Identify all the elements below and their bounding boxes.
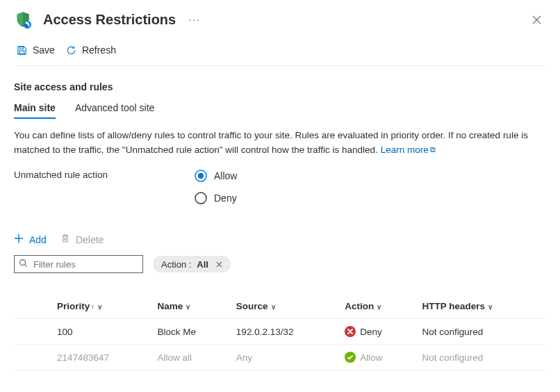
delete-button[interactable]: Delete <box>60 234 104 245</box>
unmatched-deny-radio[interactable]: Deny <box>195 192 237 204</box>
filter-input-wrapper[interactable] <box>14 255 143 273</box>
cell-action-label: Deny <box>360 327 382 337</box>
chevron-down-icon: ∨ <box>94 303 102 311</box>
rules-table: Priority↑∨ Name∨ Source∨ Action∨ HTTP he… <box>14 294 546 370</box>
unmatched-deny-label: Deny <box>214 193 237 204</box>
table-row[interactable]: 100Block Me192.0.2.13/32DenyNot configur… <box>14 319 546 345</box>
cell-http: Not configured <box>417 345 546 370</box>
cell-priority: 100 <box>51 319 151 345</box>
cell-action: Deny <box>339 319 416 345</box>
table-row[interactable]: 2147483647Allow allAnyAllowNot configure… <box>14 345 546 370</box>
svg-point-6 <box>20 260 26 266</box>
search-icon <box>19 259 28 270</box>
save-label: Save <box>33 44 55 56</box>
filter-input[interactable] <box>32 259 151 270</box>
section-title: Site access and rules <box>14 81 546 92</box>
filter-pill-action[interactable]: Action : All <box>153 256 231 272</box>
plus-icon <box>14 234 24 245</box>
filter-pill-key: Action : <box>161 259 191 270</box>
cell-action-label: Allow <box>360 352 382 363</box>
allow-icon <box>345 352 356 363</box>
cell-name: Allow all <box>151 345 230 370</box>
save-icon <box>17 45 27 56</box>
close-icon <box>216 261 222 268</box>
refresh-button[interactable]: Refresh <box>66 44 116 56</box>
external-link-icon: ⧉ <box>429 145 436 154</box>
delete-label: Delete <box>76 234 104 245</box>
cell-name: Block Me <box>151 319 230 345</box>
filter-pill-clear[interactable] <box>214 259 225 270</box>
col-http[interactable]: HTTP headers∨ <box>417 294 546 319</box>
chevron-down-icon: ∨ <box>183 303 190 311</box>
add-button[interactable]: Add <box>14 234 47 245</box>
tab-main-site[interactable]: Main site <box>14 102 56 119</box>
page-title: Access Restrictions <box>40 12 176 28</box>
svg-rect-1 <box>20 47 24 49</box>
deny-icon <box>345 326 356 337</box>
chevron-down-icon: ∨ <box>485 303 493 311</box>
add-label: Add <box>29 234 47 245</box>
unmatched-allow-radio[interactable]: Allow <box>195 170 237 182</box>
svg-point-5 <box>195 193 206 204</box>
svg-rect-2 <box>19 51 24 54</box>
more-menu-button[interactable]: ··· <box>184 13 205 26</box>
cell-action: Allow <box>339 345 416 370</box>
cell-source: 192.0.2.13/32 <box>231 319 339 345</box>
trash-icon <box>60 234 70 245</box>
refresh-icon <box>66 45 76 56</box>
filter-pill-value: All <box>197 259 208 270</box>
radio-selected-icon <box>195 170 207 182</box>
chevron-down-icon: ∨ <box>268 303 276 311</box>
learn-more-link[interactable]: Learn more⧉ <box>381 145 436 155</box>
close-icon <box>532 15 541 24</box>
col-priority[interactable]: Priority↑∨ <box>51 294 151 319</box>
description-body: You can define lists of allow/deny rules… <box>14 130 528 155</box>
radio-unselected-icon <box>195 192 207 204</box>
chevron-down-icon: ∨ <box>374 303 381 311</box>
tab-advanced-tool-site[interactable]: Advanced tool site <box>75 102 154 119</box>
unmatched-allow-label: Allow <box>214 170 237 181</box>
col-action[interactable]: Action∨ <box>339 294 416 319</box>
close-button[interactable] <box>527 10 546 29</box>
cell-priority: 2147483647 <box>51 345 151 370</box>
cell-http: Not configured <box>417 319 546 345</box>
tabs: Main site Advanced tool site <box>14 102 546 119</box>
svg-point-4 <box>198 173 204 179</box>
cell-source: Any <box>231 345 339 370</box>
refresh-label: Refresh <box>82 44 116 56</box>
col-source[interactable]: Source∨ <box>231 294 339 319</box>
save-button[interactable]: Save <box>17 44 55 56</box>
shield-icon <box>14 10 32 28</box>
col-name[interactable]: Name∨ <box>151 294 230 319</box>
unmatched-rule-label: Unmatched rule action <box>14 170 195 180</box>
description-text: You can define lists of allow/deny rules… <box>14 129 546 157</box>
